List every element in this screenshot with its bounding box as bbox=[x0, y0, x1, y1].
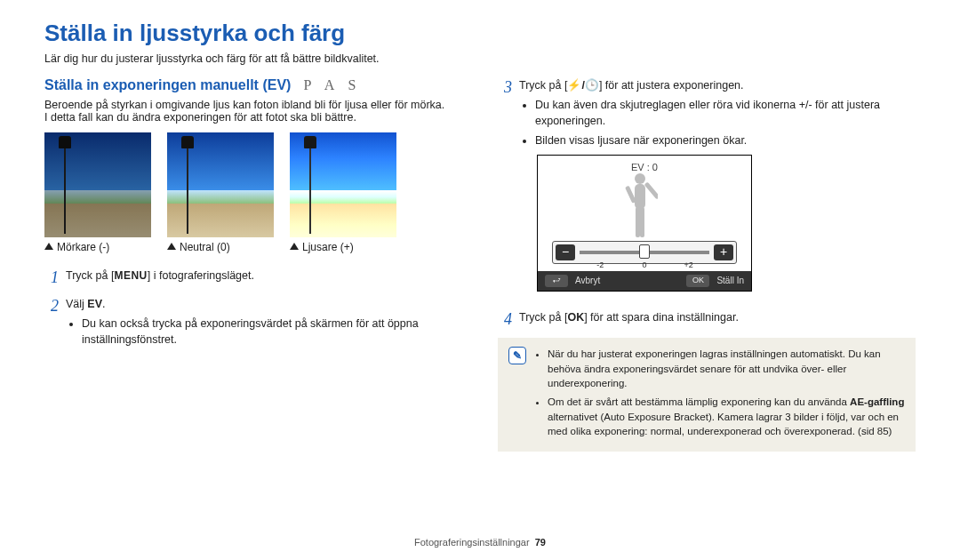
ok-key-text: OK bbox=[567, 311, 584, 324]
section-body-2: I detta fall kan du ändra exponeringen f… bbox=[44, 111, 462, 124]
right-column: 3 Tryck på [⚡/🕒] för att justera exponer… bbox=[498, 77, 916, 452]
step-3: 3 Tryck på [⚡/🕒] för att justera exponer… bbox=[498, 77, 916, 302]
page-footer: Fotograferingsinställningar 79 bbox=[0, 537, 960, 548]
svg-rect-3 bbox=[640, 207, 644, 237]
ev-slider-track[interactable]: -2 0 +2 bbox=[580, 251, 709, 254]
menu-key-label: MENU bbox=[114, 269, 147, 282]
note-box: ✎ När du har justerat exponeringen lagra… bbox=[498, 338, 916, 452]
page-title: Ställa in ljusstyrka och färg bbox=[44, 20, 916, 47]
left-column: Ställa in exponeringen manuellt (EV) P A… bbox=[44, 77, 462, 452]
intro-text: Lär dig hur du justerar ljusstyrka och f… bbox=[44, 52, 916, 65]
ev-minus-button[interactable]: − bbox=[556, 244, 575, 260]
svg-rect-2 bbox=[636, 207, 640, 237]
flash-timer-icons: ⚡/🕒 bbox=[567, 79, 598, 92]
step-3-bullet-1: Du kan även dra skjutreglagen eller röra… bbox=[535, 97, 916, 129]
example-image-neutral bbox=[167, 132, 274, 237]
caption-lighter: Ljusare (+) bbox=[290, 241, 396, 253]
step-1: 1 Tryck på [MENU] i fotograferingsläget. bbox=[44, 268, 462, 289]
example-thumbnails: Mörkare (-) Neutral (0) Ljusare (+) bbox=[44, 132, 462, 253]
ev-tick-minus2: -2 bbox=[596, 260, 604, 271]
mode-letters: P A S bbox=[303, 77, 361, 93]
ev-slider[interactable]: − -2 0 +2 + bbox=[552, 241, 737, 264]
example-image-lighter bbox=[290, 132, 396, 237]
svg-point-0 bbox=[635, 173, 645, 184]
step-4: 4 Tryck på [OK] för att spara dina instä… bbox=[498, 309, 916, 331]
section-body-1: Beroende på styrkan i omgivande ljus kan… bbox=[44, 99, 462, 111]
triangle-icon bbox=[44, 243, 53, 250]
triangle-icon bbox=[167, 243, 176, 250]
note-icon: ✎ bbox=[508, 347, 526, 364]
ev-plus-button[interactable]: + bbox=[714, 244, 733, 260]
step-2-bullet: Du kan också trycka på exponeringsvärdet… bbox=[82, 316, 462, 348]
example-image-darker bbox=[44, 132, 151, 237]
svg-rect-5 bbox=[644, 181, 658, 199]
note-item-1: När du har justerat exponeringen lagras … bbox=[548, 347, 905, 391]
back-key-icon[interactable]: ⮐ bbox=[545, 275, 568, 287]
caption-neutral: Neutral (0) bbox=[167, 241, 274, 253]
ok-label: Ställ In bbox=[716, 275, 744, 288]
caption-darker: Mörkare (-) bbox=[44, 241, 151, 253]
back-label: Avbryt bbox=[575, 275, 600, 288]
triangle-icon bbox=[290, 243, 299, 250]
ok-key-icon[interactable]: OK bbox=[686, 275, 709, 287]
note-item-2: Om det är svårt att bestämma lämplig exp… bbox=[548, 395, 905, 439]
step-2: 2 Välj EV. Du kan också trycka på expone… bbox=[44, 296, 462, 351]
section-subtitle: Ställa in exponeringen manuellt (EV) bbox=[44, 77, 291, 93]
svg-rect-1 bbox=[635, 184, 645, 209]
ev-slider-handle[interactable] bbox=[639, 244, 650, 259]
step-3-bullet-2: Bilden visas ljusare när exponeringen ök… bbox=[535, 132, 916, 148]
person-silhouette-icon bbox=[622, 170, 658, 241]
ev-tick-zero: 0 bbox=[642, 260, 646, 271]
camera-ev-preview: EV : 0 bbox=[537, 155, 752, 292]
ev-tick-plus2: +2 bbox=[684, 260, 692, 271]
svg-rect-4 bbox=[625, 185, 636, 203]
